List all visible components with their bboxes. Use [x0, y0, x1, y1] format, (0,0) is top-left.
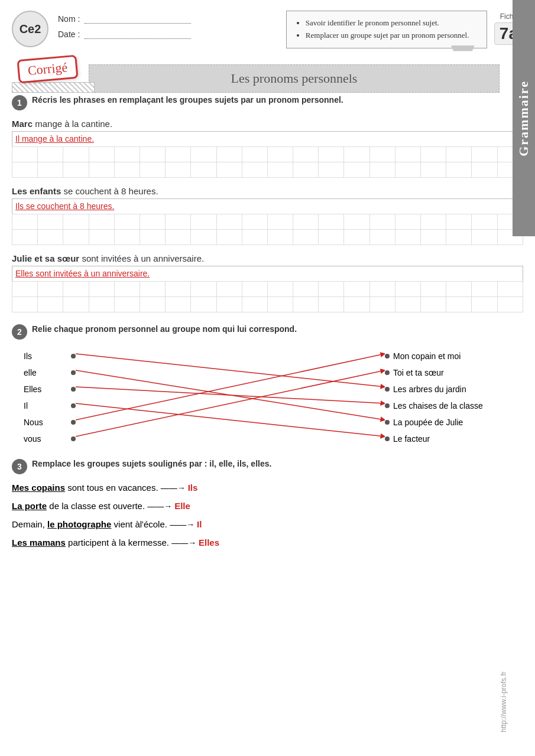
- ex2-number: 2: [12, 324, 27, 340]
- matching-left-col: Ils elle Elles Il Nous vous: [24, 346, 71, 447]
- objective-2: Remplacer un groupe sujet par un pronom …: [306, 30, 478, 42]
- ex3-rest-2: de la classe est ouverte.: [49, 501, 147, 511]
- matching-right-col: Mon copain et moi Toi et ta sœur Les arb…: [393, 346, 511, 447]
- ex3-subject-1: Mes copains: [12, 483, 65, 493]
- left-item-2: Elles: [24, 381, 71, 397]
- grid-row-3-3: [12, 296, 523, 312]
- ex1-instruction: Récris les phrases en remplaçant les gro…: [32, 94, 343, 106]
- grid-row-2-3: [12, 229, 523, 245]
- grade-badge: Ce2: [12, 11, 48, 47]
- footer-watermark: http://www.i-profs.fr: [500, 672, 508, 732]
- ex1-header: 1 Récris les phrases en remplaçant les g…: [12, 94, 523, 110]
- right-item-1: Toi et ta sœur: [393, 364, 511, 381]
- left-dot-4: [71, 414, 76, 431]
- page-title: Les pronoms personnels: [89, 64, 500, 93]
- objectives-box: Savoir identifier le pronom personnel su…: [286, 11, 487, 48]
- sentence-2: Les enfants se couchent à 8 heures.: [12, 186, 523, 196]
- svg-line-0: [76, 354, 385, 387]
- sidebar-label: Grammaire: [516, 80, 531, 157]
- date-label: Date :: [58, 30, 80, 39]
- grid-3: Elles sont invitées à un anniversaire.: [12, 266, 523, 312]
- ex3-answer-2: Elle: [174, 501, 190, 511]
- left-dot-3: [71, 397, 76, 414]
- left-dot-5: [71, 431, 76, 447]
- grid-row-2-2: [12, 214, 523, 229]
- grid-1: Il mange à la cantine.: [12, 131, 523, 178]
- ex2-header: 2 Relie chaque pronom personnel au group…: [12, 323, 523, 340]
- nom-label: Nom :: [58, 14, 80, 24]
- left-item-5: vous: [24, 431, 71, 447]
- svg-line-3: [76, 403, 385, 436]
- ex3-item-3: Demain, le photographe vient àl'école. —…: [12, 519, 523, 529]
- objectives-list: Savoir identifier le pronom personnel su…: [295, 17, 478, 42]
- answer-text-3: Elles sont invitées à un anniversaire.: [12, 266, 523, 281]
- right-dot-4: [385, 414, 390, 431]
- ex3-rest-4: participent à la kermesse.: [68, 537, 171, 548]
- sentence-1: Marc mange à la cantine.: [12, 119, 523, 129]
- grid-2: Ils se couchent à 8 heures.: [12, 198, 523, 245]
- grid-row-1-3: [12, 162, 523, 177]
- ex3-arrow-4: ——→: [171, 538, 199, 548]
- ex3-item-4: Les mamans participent à la kermesse. ——…: [12, 537, 523, 548]
- date-line: Date :: [58, 30, 191, 39]
- right-item-4: La poupée de Julie: [393, 414, 511, 431]
- ex3-answer-3: Il: [197, 519, 202, 529]
- ex3-rest-1: sont tous en vacances.: [67, 483, 161, 493]
- answer-row-1: Il mange à la cantine.: [12, 131, 523, 146]
- subject-3: Julie et sa sœur: [12, 253, 79, 263]
- ex3-item-1: Mes copains sont tous en vacances. ——→ I…: [12, 483, 523, 493]
- subject-2: Les enfants: [12, 186, 61, 196]
- right-item-5: Le facteur: [393, 431, 511, 447]
- exercise-2: 2 Relie chaque pronom personnel au group…: [12, 323, 523, 447]
- right-item-3: Les chaises de la classe: [393, 397, 511, 414]
- right-dot-3: [385, 397, 390, 414]
- exercise-1: 1 Récris les phrases en remplaçant les g…: [12, 94, 523, 312]
- ex3-prefix-3: Demain,: [12, 519, 47, 529]
- answer-text-1: Il mange à la cantine.: [12, 131, 523, 146]
- matching-left-dots: [71, 346, 76, 447]
- right-dot-5: [385, 431, 390, 447]
- left-dot-1: [71, 364, 76, 381]
- ex3-arrow-1: ——→: [161, 483, 188, 493]
- subject-1: Marc: [12, 119, 33, 129]
- ex3-number: 3: [12, 459, 27, 474]
- grid-row-3-2: [12, 281, 523, 296]
- ex3-subject-4: Les mamans: [12, 537, 66, 548]
- ex3-header: 3 Remplace les groupes sujets soulignés …: [12, 458, 523, 474]
- grade-text: Ce2: [20, 22, 41, 36]
- nom-line: Nom :: [58, 14, 191, 24]
- matching-lines-area: [76, 346, 385, 445]
- ex3-answer-1: Ils: [188, 483, 198, 493]
- corrige-stamp: Corrigé: [17, 54, 78, 83]
- answer-row-3: Elles sont invitées à un anniversaire.: [12, 266, 523, 281]
- rest-1: mange à la cantine.: [33, 119, 112, 129]
- ex3-arrow-3: ——→: [170, 520, 197, 529]
- rest-3: sont invitées à un anniversaire.: [79, 253, 204, 263]
- svg-line-5: [76, 370, 385, 436]
- answer-row-2: Ils se couchent à 8 heures.: [12, 198, 523, 214]
- matching-container: Ils elle Elles Il Nous vous: [24, 346, 511, 447]
- nom-dots: [85, 14, 191, 24]
- rest-2: se couchent à 8 heures.: [61, 186, 158, 196]
- objective-1: Savoir identifier le pronom personnel su…: [306, 17, 478, 30]
- left-dot-2: [71, 381, 76, 397]
- sentence-3: Julie et sa sœur sont invitées à un anni…: [12, 253, 523, 263]
- ex3-subject-2: La porte: [12, 501, 47, 511]
- ex2-instruction: Relie chaque pronom personnel au groupe …: [32, 323, 297, 335]
- left-dot-0: [71, 348, 76, 364]
- matching-right-dots: [385, 346, 390, 447]
- right-dot-1: [385, 364, 390, 381]
- left-item-4: Nous: [24, 414, 71, 431]
- svg-line-2: [76, 387, 385, 403]
- exercise-3: 3 Remplace les groupes sujets soulignés …: [12, 458, 523, 548]
- right-dot-2: [385, 381, 390, 397]
- ex3-rest-3: vient àl'école.: [114, 519, 170, 529]
- left-item-1: elle: [24, 364, 71, 381]
- main-content: 1 Récris les phrases en remplaçant les g…: [0, 94, 535, 548]
- date-dots: [85, 30, 191, 39]
- ex1-number: 1: [12, 95, 27, 110]
- grammaire-sidebar: Grammaire: [513, 0, 535, 236]
- left-item-3: Il: [24, 397, 71, 414]
- ex3-item-2: La porte de la classe est ouverte. ——→ E…: [12, 501, 523, 511]
- left-item-0: Ils: [24, 348, 71, 364]
